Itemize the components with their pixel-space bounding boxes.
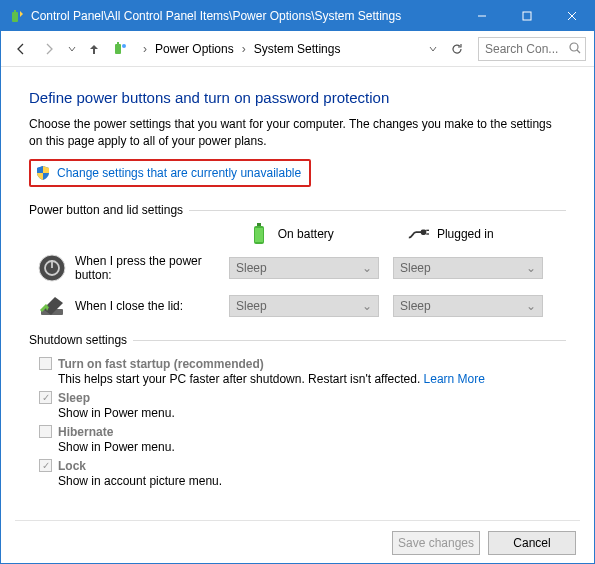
explorer-toolbar: › Power Options › System Settings [1, 31, 594, 67]
row-label-lid: When I close the lid: [75, 299, 183, 313]
uac-shield-icon [35, 165, 51, 181]
combo-power-btn-battery[interactable]: Sleep⌄ [229, 257, 379, 279]
checkbox-icon [39, 391, 52, 404]
checkbox-icon [39, 459, 52, 472]
svg-rect-0 [12, 12, 18, 22]
checkbox-fast-startup[interactable]: Turn on fast startup (recommended) This … [39, 357, 566, 386]
window-title: Control Panel\All Control Panel Items\Po… [31, 9, 459, 23]
svg-point-8 [122, 44, 126, 48]
chevron-down-icon: ⌄ [526, 261, 536, 275]
svg-rect-3 [523, 12, 531, 20]
up-button[interactable] [83, 38, 105, 60]
checkbox-icon [39, 425, 52, 438]
group-power-button-lid: Power button and lid settings [29, 203, 566, 217]
recent-locations-button[interactable] [65, 37, 79, 61]
checkbox-icon [39, 357, 52, 370]
search-box[interactable] [478, 37, 586, 61]
content-area: Define power buttons and turn on passwor… [1, 67, 594, 503]
plug-icon [407, 223, 429, 245]
checkbox-sleep[interactable]: Sleep Show in Power menu. [39, 391, 566, 420]
checkbox-lock[interactable]: Lock Show in account picture menu. [39, 459, 566, 488]
page-title: Define power buttons and turn on passwor… [29, 89, 566, 106]
combo-power-btn-plugged[interactable]: Sleep⌄ [393, 257, 543, 279]
breadcrumb[interactable]: › Power Options › System Settings [139, 40, 422, 58]
back-button[interactable] [9, 37, 33, 61]
power-button-icon [37, 253, 67, 283]
column-plugged-in: Plugged in [407, 223, 566, 245]
history-dropdown[interactable] [426, 37, 440, 61]
svg-rect-6 [115, 44, 121, 54]
svg-rect-14 [421, 229, 427, 235]
divider [15, 520, 580, 521]
svg-rect-7 [117, 42, 119, 44]
save-changes-button[interactable]: Save changes [392, 531, 480, 555]
chevron-down-icon: ⌄ [526, 299, 536, 313]
forward-button[interactable] [37, 37, 61, 61]
close-button[interactable] [549, 1, 594, 31]
chevron-down-icon: ⌄ [362, 299, 372, 313]
checkbox-hibernate[interactable]: Hibernate Show in Power menu. [39, 425, 566, 454]
learn-more-link[interactable]: Learn More [424, 372, 485, 386]
cancel-button[interactable]: Cancel [488, 531, 576, 555]
svg-point-9 [570, 43, 578, 51]
lid-close-icon [37, 291, 67, 321]
crumb-power-options[interactable]: Power Options [151, 40, 238, 58]
crumb-system-settings[interactable]: System Settings [250, 40, 345, 58]
svg-rect-13 [255, 228, 263, 242]
power-options-icon [9, 8, 25, 24]
svg-rect-12 [257, 223, 261, 226]
svg-rect-1 [14, 10, 16, 12]
chevron-down-icon: ⌄ [362, 261, 372, 275]
titlebar: Control Panel\All Control Panel Items\Po… [1, 1, 594, 31]
combo-lid-plugged[interactable]: Sleep⌄ [393, 295, 543, 317]
search-icon [568, 41, 582, 58]
row-label-power-button: When I press the power button: [75, 254, 229, 282]
change-settings-highlight: Change settings that are currently unava… [29, 159, 311, 187]
battery-icon [248, 223, 270, 245]
minimize-button[interactable] [459, 1, 504, 31]
control-panel-icon [111, 39, 131, 59]
chevron-right-icon: › [141, 42, 149, 56]
column-on-battery: On battery [248, 223, 407, 245]
combo-lid-battery[interactable]: Sleep⌄ [229, 295, 379, 317]
svg-line-10 [577, 50, 580, 53]
group-shutdown-settings: Shutdown settings [29, 333, 566, 347]
refresh-button[interactable] [446, 38, 468, 60]
maximize-button[interactable] [504, 1, 549, 31]
chevron-right-icon: › [240, 42, 248, 56]
change-settings-link[interactable]: Change settings that are currently unava… [57, 166, 301, 180]
page-description: Choose the power settings that you want … [29, 116, 566, 151]
